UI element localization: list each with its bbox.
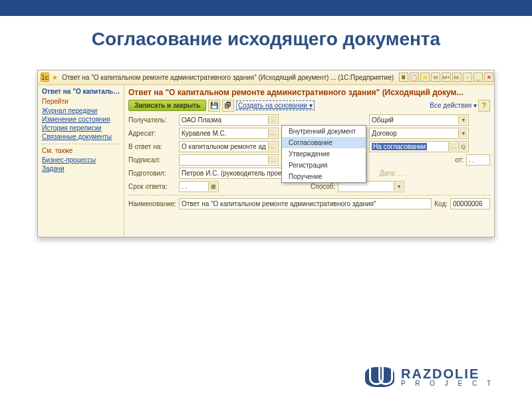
dd-confirmation[interactable]: Утверждение: [282, 148, 366, 160]
window-restore-icon[interactable]: ▫: [463, 72, 472, 82]
code-label: Код:: [434, 200, 448, 207]
dropdown-icon[interactable]: ▾: [458, 116, 467, 124]
brand-name: RAZDOLIE: [401, 368, 495, 380]
star-icon[interactable]: ★: [52, 72, 58, 82]
sidebar-link-history[interactable]: История переписки: [42, 124, 120, 132]
window-titlebar: 1c ★ Ответ на "О капитальном ремонте адм…: [38, 70, 494, 85]
all-actions-button[interactable]: Все действия ▾: [430, 102, 477, 109]
sidebar-link-tasks[interactable]: Задачи: [42, 164, 120, 173]
create-based-on-dropdown: Внутренний документ Согласование Утвержд…: [281, 125, 366, 183]
sidebar-link-processes[interactable]: Бизнес-процессы: [42, 156, 120, 164]
lookup-icon[interactable]: …: [448, 142, 458, 151]
help-icon[interactable]: ?: [478, 100, 490, 112]
form-title: Ответ на "О капитальном ремонте админист…: [128, 88, 490, 97]
group-input[interactable]: Общий▾: [369, 114, 469, 126]
name-label: Наименование:: [128, 200, 176, 207]
dd-approval[interactable]: Согласование: [282, 137, 366, 148]
save-icon[interactable]: 💾: [208, 100, 220, 112]
signed-label: Подписал:: [128, 156, 176, 164]
sidebar-title: Ответ на "О капиталь…: [42, 88, 120, 95]
app-window: 1c ★ Ответ на "О капитальном ремонте адм…: [37, 70, 495, 237]
open-icon[interactable]: Q: [458, 142, 467, 151]
slide-title: Согласование исходящего документа: [0, 16, 532, 70]
form-toolbar: Записать и закрыть 💾 🗐 Создать на основа…: [128, 100, 490, 112]
dd-internal-doc[interactable]: Внутренний документ: [282, 126, 366, 137]
due-input[interactable]: . .▦: [179, 181, 219, 192]
sidebar-section-go: Перейти: [42, 98, 120, 105]
titlebar-tools: 🖩 📋 ⭐ M M+ M- ▫ _ ✕: [399, 72, 493, 82]
from-label: от:: [455, 156, 464, 164]
window-close-icon[interactable]: ✕: [484, 72, 493, 82]
create-based-on-button[interactable]: Создать на основании ▾: [236, 100, 315, 110]
tool-m[interactable]: M: [431, 72, 440, 82]
tool-clip-icon[interactable]: 📋: [410, 72, 419, 82]
status-input[interactable]: На согласовании…Q: [369, 141, 469, 152]
signed-input[interactable]: …: [179, 154, 279, 166]
brand-subtitle: P R O J E C T: [401, 380, 495, 387]
prepared-label: Подготовил:: [128, 170, 176, 177]
code-input[interactable]: 00000006: [450, 198, 490, 209]
dd-assignment[interactable]: Поручение: [282, 171, 366, 182]
addressee-input[interactable]: Куравлев М.С.…: [179, 128, 279, 139]
tool-mminus[interactable]: M-: [452, 72, 462, 82]
dropdown-icon[interactable]: ▾: [394, 182, 403, 191]
tool-calc-icon[interactable]: 🖩: [399, 72, 408, 82]
lookup-icon[interactable]: …: [268, 142, 277, 151]
save-and-close-button[interactable]: Записать и закрыть: [128, 100, 206, 111]
slide-topbar: [0, 0, 532, 16]
kind-input[interactable]: Договор▾: [369, 128, 469, 139]
sidebar: Ответ на "О капиталь… Перейти Журнал пер…: [38, 85, 124, 237]
brand-logo: RAZDOLIE P R O J E C T: [365, 367, 495, 387]
window-minimize-icon[interactable]: _: [473, 72, 483, 82]
sidebar-link-related[interactable]: Связанные документы: [42, 132, 120, 141]
dropdown-icon[interactable]: ▾: [458, 129, 467, 138]
from-input[interactable]: . .: [466, 154, 490, 166]
recipient-input[interactable]: ОАО Плазма…: [179, 114, 279, 126]
print-icon[interactable]: 🗐: [222, 100, 234, 112]
dd-registration[interactable]: Регистрация: [282, 160, 366, 171]
main-panel: Ответ на "О капитальном ремонте админист…: [124, 85, 494, 237]
date-label: Дата:: [380, 170, 396, 177]
sidebar-section-see: См. также: [42, 147, 120, 154]
name-input[interactable]: Ответ на "О капитальном ремонте админист…: [179, 198, 432, 209]
replyto-input[interactable]: О капитальном ремонте ад…: [179, 141, 279, 152]
replyto-label: В ответ на:: [128, 143, 176, 150]
recipient-label: Получатель:: [128, 116, 176, 124]
lookup-icon[interactable]: …: [268, 116, 277, 124]
tool-fav-icon[interactable]: ⭐: [420, 72, 430, 82]
lookup-icon[interactable]: …: [268, 129, 277, 138]
due-label: Срок ответа:: [128, 183, 176, 190]
addressee-label: Адресат:: [128, 130, 176, 137]
logo-mark-icon: [365, 367, 394, 387]
lookup-icon[interactable]: …: [268, 156, 277, 164]
app-icon: 1c: [41, 72, 49, 82]
method-label: Способ:: [311, 183, 335, 190]
window-title: Ответ на "О капитальном ремонте админист…: [62, 74, 394, 81]
calendar-icon[interactable]: ▦: [208, 182, 217, 191]
sidebar-divider: [42, 144, 120, 144]
tool-mplus[interactable]: M+: [442, 72, 451, 82]
sidebar-link-status-change[interactable]: Изменение состояния: [42, 115, 120, 124]
sidebar-link-journal[interactable]: Журнал передачи: [42, 106, 120, 115]
date-value: . . .: [399, 170, 408, 177]
